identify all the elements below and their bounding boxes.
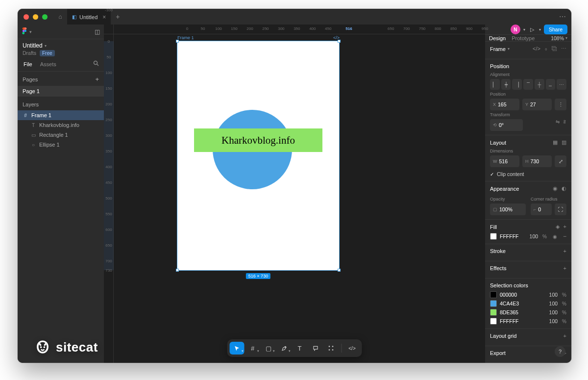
chevron-down-icon: ▾ (29, 29, 32, 34)
autolayout-icon[interactable]: ▦ (553, 139, 558, 146)
tab-file[interactable]: File (20, 57, 36, 71)
grid-icon[interactable]: ▥ (562, 139, 566, 146)
frame-tool[interactable]: #▾ (245, 342, 260, 355)
y-input[interactable]: Y27 (522, 99, 552, 110)
frame-name-label[interactable]: Frame 1 (177, 35, 194, 40)
more-icon[interactable]: ⋯ (561, 46, 566, 52)
frame-canvas[interactable]: Kharkovblog.info (177, 41, 339, 270)
clip-content-toggle[interactable]: ✓ Clip content (490, 171, 566, 177)
fill-hex[interactable]: FFFFFF (500, 233, 518, 239)
zoom-control[interactable]: 108% ▾ (551, 35, 567, 41)
layer-ellipse[interactable]: ○ Ellipse 1 (18, 140, 104, 150)
fill-row[interactable]: FFFFFF 100% ◉ − (490, 233, 566, 240)
tab-assets[interactable]: Assets (36, 57, 60, 71)
chevron-down-icon[interactable]: ▾ (539, 27, 541, 32)
variant-icon[interactable]: ⿻ (552, 46, 557, 52)
align-left-icon[interactable]: ▏ (490, 79, 500, 90)
titlebar-more-icon[interactable]: ⋯ (559, 13, 566, 21)
color-swatch[interactable] (490, 300, 497, 307)
window-minimize-icon[interactable] (33, 14, 38, 20)
canvas-stage[interactable]: Frame 1 </> Kharkovblog.info 516 × 730 (114, 34, 485, 363)
add-stroke-icon[interactable]: + (564, 248, 566, 254)
ruler-vertical[interactable]: -100050100150200250300350400450500550600… (104, 34, 114, 363)
layer-frame[interactable]: # Frame 1 (18, 110, 104, 120)
align-vcenter-icon[interactable]: ┼ (535, 79, 544, 90)
window-close-icon[interactable] (24, 14, 29, 20)
selection-color-row[interactable]: 000000 100% (490, 291, 566, 298)
tab-prototype[interactable]: Prototype (512, 35, 535, 41)
selection-color-row[interactable]: FFFFFF 100% (490, 318, 566, 325)
width-input[interactable]: W516 (490, 155, 519, 167)
help-button[interactable]: ? (555, 346, 565, 357)
actions-tool[interactable] (324, 342, 339, 355)
align-bottom-icon[interactable]: ⎽ (546, 79, 556, 90)
avatar[interactable]: N (511, 25, 520, 34)
comment-tool[interactable] (308, 342, 323, 355)
share-button[interactable]: Share (544, 25, 567, 34)
add-fill-icon[interactable]: + (564, 224, 566, 230)
page-item[interactable]: Page 1 (18, 86, 104, 97)
layer-rectangle[interactable]: ▭ Rectangle 1 (18, 130, 104, 140)
chevron-down-icon[interactable]: ▾ (523, 27, 525, 32)
add-page-icon[interactable]: + (95, 76, 99, 83)
text-tool[interactable]: T (293, 342, 307, 355)
plan-badge[interactable]: Free (40, 50, 55, 56)
new-tab-button[interactable]: + (111, 13, 124, 21)
opacity-input[interactable]: ▢100% (490, 203, 526, 215)
eye-icon[interactable]: ◉ (553, 234, 557, 239)
panel-toggle-icon[interactable]: ◫ (95, 28, 100, 35)
selection-handle[interactable] (176, 269, 179, 272)
rectangle-shape[interactable]: Kharkovblog.info (194, 128, 322, 152)
link-icon[interactable]: </> (533, 46, 540, 52)
rotation-input[interactable]: ⟲0° (490, 119, 523, 131)
window-maximize-icon[interactable] (42, 14, 48, 20)
project-name[interactable]: Untitled ▾ (23, 42, 99, 49)
alignment-label: Alignment (490, 72, 566, 77)
fill-opacity[interactable]: 100 (530, 233, 539, 239)
align-hcenter-icon[interactable]: ┿ (501, 79, 511, 90)
dev-mode-tool[interactable]: </> (345, 342, 360, 355)
flip-v-icon[interactable]: ⥯ (563, 119, 566, 131)
tab-untitled[interactable]: ◧ Untitled × (67, 9, 111, 25)
constrain-icon[interactable]: ⤢ (555, 155, 566, 167)
selection-handle[interactable] (338, 269, 341, 272)
home-icon[interactable]: ⌂ (53, 13, 67, 20)
color-swatch[interactable] (490, 291, 497, 298)
tab-design[interactable]: Design (489, 35, 506, 41)
align-right-icon[interactable]: ▕ (512, 79, 522, 90)
ruler-horizontal[interactable]: 0501001502002503003504004505166507007508… (114, 25, 485, 34)
close-tab-icon[interactable]: × (102, 14, 106, 21)
styles-icon[interactable]: ◈ (556, 224, 560, 230)
height-input[interactable]: H730 (522, 155, 552, 167)
present-button[interactable]: ▷ (528, 26, 536, 33)
color-swatch[interactable] (490, 309, 497, 316)
add-effect-icon[interactable]: + (564, 265, 566, 271)
search-icon[interactable] (93, 60, 99, 68)
move-tool[interactable]: ▾ (230, 342, 245, 355)
radius-detail-icon[interactable]: ⛶ (555, 203, 566, 215)
selection-color-row[interactable]: 4CA4E3 100% (490, 300, 566, 307)
selection-handle[interactable] (338, 40, 341, 43)
shape-tool[interactable]: ▢▾ (261, 342, 276, 355)
x-input[interactable]: X165 (490, 99, 519, 110)
visibility-icon[interactable]: ◉ (553, 185, 558, 192)
layer-text[interactable]: T Kharkovblog.info (18, 120, 104, 130)
pen-tool[interactable]: ▾ (277, 342, 292, 355)
component-icon[interactable]: ⬨ (544, 46, 548, 52)
text-content[interactable]: Kharkovblog.info (221, 134, 295, 147)
align-more-icon[interactable]: ⋯ (557, 79, 566, 90)
selection-handle[interactable] (176, 40, 179, 43)
align-top-icon[interactable]: ⎺ (523, 79, 533, 90)
flip-h-icon[interactable]: ⇋ (556, 119, 560, 131)
figma-menu-button[interactable]: ▾ (22, 27, 32, 36)
radius-input[interactable]: ⌐0 (531, 203, 552, 215)
remove-fill-icon[interactable]: − (563, 233, 566, 240)
color-swatch[interactable] (490, 318, 497, 325)
selection-color-row[interactable]: 8DE365 100% (490, 309, 566, 316)
fill-swatch[interactable] (490, 233, 497, 240)
blend-icon[interactable]: ◐ (562, 185, 566, 192)
breadcrumb-drafts[interactable]: Drafts (23, 50, 36, 56)
position-more-icon[interactable]: ⋮ (555, 99, 566, 110)
frame-title[interactable]: Frame ▾ (490, 46, 510, 52)
add-grid-icon[interactable]: + (564, 333, 566, 339)
